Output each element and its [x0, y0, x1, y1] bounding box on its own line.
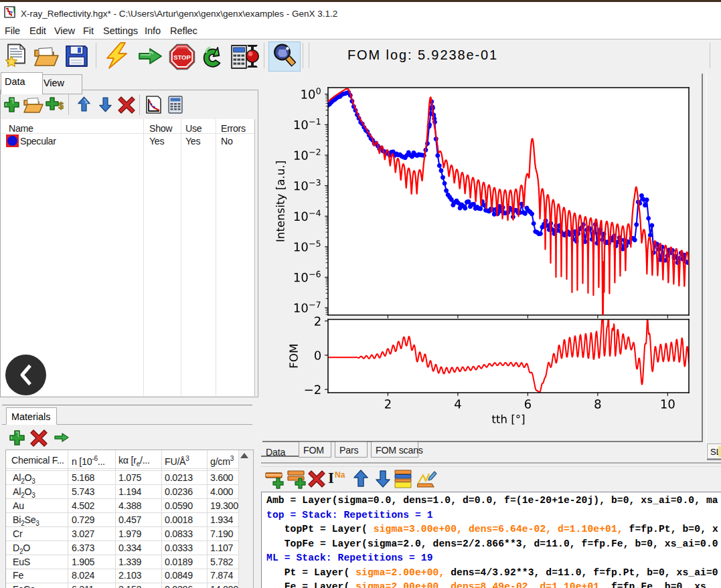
- svg-text:$: $: [58, 100, 64, 111]
- svg-text:STOP: STOP: [173, 54, 191, 61]
